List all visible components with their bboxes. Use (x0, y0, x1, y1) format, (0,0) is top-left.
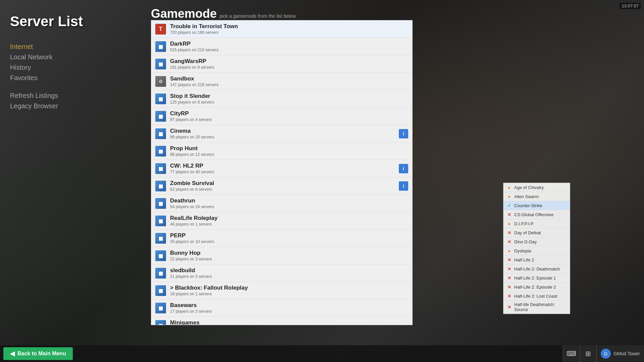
item-sub: 96 players on 20 servers (170, 135, 399, 139)
info-button[interactable]: i (399, 164, 408, 173)
gamemode-list-item[interactable]: T Trouble in Terrorist Town 703 players … (151, 20, 412, 38)
sandbox-icon: ⚙ (155, 76, 166, 87)
gamemode-list-item[interactable]: ◼ Stop it Slender 125 players on 9 serve… (151, 90, 412, 108)
dropdown-icon: ● (506, 248, 512, 254)
gamemode-list-item[interactable]: ◼ CityRP 97 players on 4 servers (151, 108, 412, 125)
dropdown-label: Counter-Strike (514, 203, 542, 208)
item-sub: 97 players on 4 servers (170, 117, 408, 122)
legacy-browser-button[interactable]: Legacy Browser (10, 102, 138, 110)
item-text: DarkRP 525 players on 210 servers (170, 41, 408, 52)
dropdown-label: Dino D-Day (514, 239, 537, 244)
clock: 13:07:07 (620, 3, 641, 9)
item-text: Basewars 17 players on 3 servers (170, 302, 408, 314)
dropdown-label: CS:Global Offensive (514, 212, 554, 217)
dropdown-icon: ✕ (506, 230, 512, 236)
cube-icon: ◼ (155, 250, 166, 261)
dropdown-item[interactable]: ✕ Half-Life 2: Episode 2 (503, 283, 570, 292)
nav-item-internet[interactable]: Internet (10, 43, 138, 51)
cube-icon: ◼ (155, 146, 166, 157)
dropdown-item[interactable]: ✓ Counter-Strike (503, 201, 570, 210)
gamemode-list-item[interactable]: ◼ DarkRP 525 players on 210 servers (151, 38, 412, 55)
dropdown-item[interactable]: ● Dystopia (503, 246, 570, 255)
item-text: Trouble in Terrorist Town 703 players on… (170, 23, 408, 35)
info-button[interactable]: i (399, 129, 408, 138)
dropdown-icon: ✕ (506, 275, 512, 281)
dropdown-icon: ● (506, 221, 512, 227)
gamemode-list-item[interactable]: ◼ Deathrun 54 players on 24 servers (151, 195, 412, 212)
gmod-tower-button[interactable]: G GMod Tower (596, 345, 644, 362)
dropdown-icon: ✕ (506, 284, 512, 290)
item-text: Sandbox 147 players on 228 servers (170, 75, 408, 87)
back-to-main-menu-button[interactable]: ◀ Back to Main Menu (3, 347, 73, 360)
nav-item-local-network[interactable]: Local Network (10, 53, 138, 61)
dropdown-item[interactable]: ● Alien Swarm (503, 192, 570, 201)
item-text: CW: HL2 RP 77 players on 40 servers (170, 163, 399, 174)
item-name: RealLife Roleplay (170, 215, 408, 222)
dropdown-label: Half-Life 2: Deathmatch (514, 266, 560, 272)
gamemode-list-item[interactable]: ◼ Prop Hunt 88 players on 12 servers (151, 142, 412, 160)
dropdown-icon: ✓ (506, 202, 512, 208)
grid-icon-button[interactable]: ⊞ (580, 345, 596, 362)
gamemode-header: Gamemode pick a gamemode from the list b… (151, 7, 296, 21)
gamemode-list-item[interactable]: ◼ GangWarsRP 191 players on 8 servers (151, 55, 412, 73)
dropdown-item[interactable]: ✕ Half-Life 2: Deathmatch (503, 264, 570, 274)
item-sub: 77 players on 40 servers (170, 170, 399, 174)
dropdown-item[interactable]: ✕ Half-Life 2: Episode 1 (503, 274, 570, 283)
refresh-listings-button[interactable]: Refresh Listings (10, 92, 138, 100)
item-name: Basewars (170, 302, 408, 309)
dropdown-icon: ● (506, 193, 512, 199)
item-text: GangWarsRP 191 players on 8 servers (170, 58, 408, 70)
item-text: Stop it Slender 125 players on 9 servers (170, 93, 408, 105)
nav-item-history[interactable]: History (10, 64, 138, 71)
gamemode-list[interactable]: T Trouble in Terrorist Town 703 players … (151, 20, 413, 325)
dropdown-item[interactable]: ✕ Half-Life 2: Lost Coast (503, 292, 570, 301)
item-sub: 62 players on 6 servers (170, 187, 399, 192)
dropdown-label: D.I.P.P.I.P. (514, 221, 534, 226)
gamemode-list-item[interactable]: ◼ Bunny Hop 22 players on 3 servers (151, 247, 412, 264)
gamemode-list-item[interactable]: ◼ > Blackbox: Fallout Roleplay 18 player… (151, 282, 412, 299)
item-text: Bunny Hop 22 players on 3 servers (170, 250, 408, 261)
sidebar: Server List Internet Local Network Histo… (0, 0, 148, 362)
item-text: Zombie Survival 62 players on 6 servers (170, 180, 399, 192)
gamemode-list-item[interactable]: ◼ sledbuild 21 players on 5 servers (151, 264, 412, 282)
dropdown-item[interactable]: ✕ Half-Life 2 (503, 255, 570, 264)
item-name: sledbuild (170, 267, 408, 274)
dropdown-item[interactable]: ● Age of Chivalry (503, 183, 570, 192)
item-text: Minigames 15 players on 2 servers (170, 319, 408, 325)
gamemode-list-item[interactable]: ◼ Basewars 17 players on 3 servers (151, 299, 412, 317)
cube-icon: ◼ (155, 59, 166, 69)
dropdown-item[interactable]: ✕ Dino D-Day (503, 237, 570, 246)
info-button[interactable]: i (399, 181, 408, 191)
dropdown-icon: ✕ (506, 212, 512, 218)
item-name: Bunny Hop (170, 250, 408, 256)
keyboard-icon-button[interactable]: ⌨ (563, 345, 580, 362)
dropdown-item[interactable]: ✕ Day of Defeat (503, 228, 570, 237)
item-name: Minigames (170, 319, 408, 325)
item-text: PERP 35 players on 10 servers (170, 232, 408, 244)
gamemode-list-item[interactable]: ◼ CW: HL2 RP 77 players on 40 servers i (151, 160, 412, 177)
dropdown-item[interactable]: ✕ Half-life Deathmatch: Source (503, 301, 570, 314)
bottom-bar: ◀ Back to Main Menu (0, 345, 644, 362)
gamemode-list-item[interactable]: ◼ RealLife Roleplay 46 players on 1 serv… (151, 212, 412, 230)
item-name: Prop Hunt (170, 145, 408, 152)
dropdown-label: Age of Chivalry (514, 185, 544, 190)
gamemode-list-item[interactable]: ⚙ Sandbox 147 players on 228 servers (151, 73, 412, 90)
gamemode-list-item[interactable]: ◼ Cinema 96 players on 20 servers i (151, 125, 412, 142)
item-name: PERP (170, 232, 408, 239)
dropdown-label: Half-Life 2 (514, 257, 534, 262)
cube-icon: ◼ (155, 268, 166, 279)
cube-icon: ◼ (155, 128, 166, 139)
gamemode-list-item[interactable]: ◼ Minigames 15 players on 2 servers (151, 317, 412, 325)
item-text: Prop Hunt 88 players on 12 servers (170, 145, 408, 157)
item-sub: 525 players on 210 servers (170, 48, 408, 52)
dropdown-item[interactable]: ● D.I.P.P.I.P. (503, 219, 570, 228)
gamemode-list-item[interactable]: ◼ PERP 35 players on 10 servers (151, 230, 412, 247)
item-name: CityRP (170, 110, 408, 117)
nav-item-favorites[interactable]: Favorites (10, 74, 138, 82)
dropdown-icon: ✕ (506, 293, 512, 299)
dropdown-item[interactable]: ✕ CS:Global Offensive (503, 210, 570, 219)
gamemode-list-item[interactable]: ◼ Zombie Survival 62 players on 6 server… (151, 177, 412, 195)
cube-icon: ◼ (155, 198, 166, 209)
item-name: Sandbox (170, 75, 408, 82)
item-text: Deathrun 54 players on 24 servers (170, 197, 408, 209)
